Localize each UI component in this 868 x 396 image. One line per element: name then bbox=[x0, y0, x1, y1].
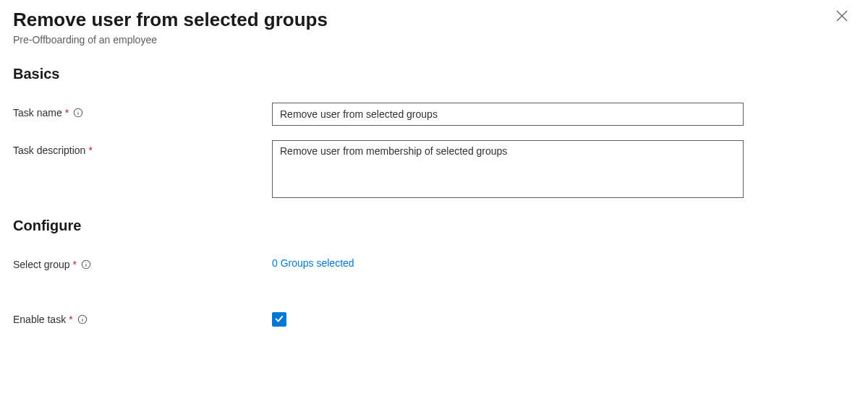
label-enable-task: Enable task * bbox=[13, 309, 272, 325]
row-task-name: Task name * bbox=[13, 103, 855, 126]
svg-point-4 bbox=[78, 111, 79, 111]
info-icon[interactable] bbox=[73, 108, 83, 118]
required-marker: * bbox=[88, 145, 92, 156]
required-marker: * bbox=[65, 107, 69, 119]
label-select-group-text: Select group bbox=[13, 259, 70, 270]
close-icon bbox=[836, 12, 848, 24]
row-task-description: Task description * bbox=[13, 140, 855, 200]
task-description-input[interactable] bbox=[272, 140, 744, 198]
close-button[interactable] bbox=[836, 10, 848, 24]
label-task-name: Task name * bbox=[13, 103, 272, 119]
select-group-link[interactable]: 0 Groups selected bbox=[272, 254, 354, 269]
enable-task-checkbox[interactable] bbox=[272, 312, 286, 327]
svg-point-7 bbox=[86, 262, 87, 263]
pane-title: Remove user from selected groups bbox=[13, 9, 855, 31]
label-task-description: Task description * bbox=[13, 140, 272, 156]
task-name-input[interactable] bbox=[272, 103, 744, 126]
row-select-group: Select group * 0 Groups selected bbox=[13, 254, 855, 270]
row-enable-task: Enable task * bbox=[13, 309, 855, 327]
label-task-name-text: Task name bbox=[13, 107, 62, 119]
pane-subtitle: Pre-Offboarding of an employee bbox=[13, 34, 855, 46]
label-select-group: Select group * bbox=[13, 254, 272, 270]
section-heading-configure: Configure bbox=[13, 218, 855, 234]
info-icon[interactable] bbox=[81, 259, 91, 270]
svg-point-10 bbox=[82, 317, 82, 318]
checkmark-icon bbox=[274, 314, 284, 326]
label-enable-task-text: Enable task bbox=[13, 314, 66, 325]
required-marker: * bbox=[73, 259, 77, 270]
info-icon[interactable] bbox=[77, 314, 88, 324]
label-task-description-text: Task description bbox=[13, 145, 85, 156]
required-marker: * bbox=[69, 314, 72, 325]
section-heading-basics: Basics bbox=[13, 66, 855, 82]
